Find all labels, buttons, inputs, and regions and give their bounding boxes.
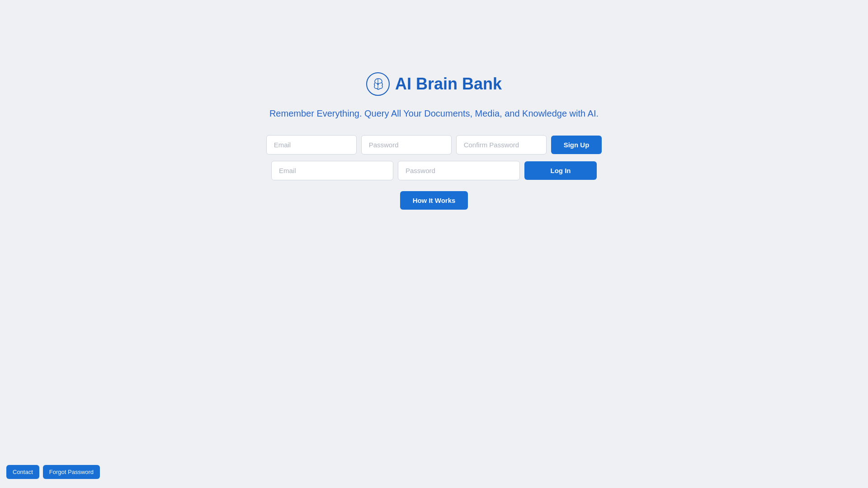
tagline: Remember Everything. Query All Your Docu…	[269, 108, 599, 119]
login-password-input[interactable]	[398, 161, 520, 180]
signup-button[interactable]: Sign Up	[551, 136, 602, 154]
svg-point-0	[377, 83, 379, 85]
brain-icon	[370, 76, 386, 92]
how-it-works-button[interactable]: How It Works	[400, 191, 468, 210]
signup-email-input[interactable]	[266, 135, 357, 155]
bottom-buttons: Contact Forgot Password	[6, 465, 100, 479]
app-logo-icon	[366, 72, 390, 96]
signup-password-input[interactable]	[361, 135, 452, 155]
app-title: AI Brain Bank	[395, 75, 502, 94]
signup-row: Sign Up	[266, 135, 602, 155]
signup-confirm-password-input[interactable]	[456, 135, 547, 155]
forgot-password-button[interactable]: Forgot Password	[43, 465, 100, 479]
logo-row: AI Brain Bank	[366, 72, 502, 96]
login-row: Log In	[271, 161, 597, 180]
login-email-input[interactable]	[271, 161, 393, 180]
login-button[interactable]: Log In	[524, 161, 597, 180]
contact-button[interactable]: Contact	[6, 465, 39, 479]
main-content: AI Brain Bank Remember Everything. Query…	[0, 72, 868, 210]
